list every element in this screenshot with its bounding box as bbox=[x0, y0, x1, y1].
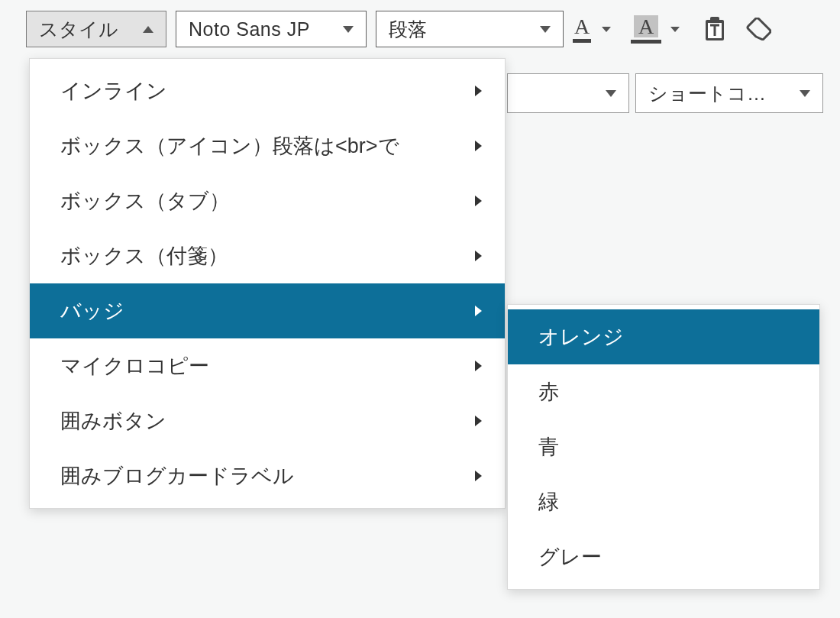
chevron-right-icon bbox=[475, 416, 482, 426]
submenu-item-label: グレー bbox=[538, 543, 602, 571]
chevron-right-icon bbox=[475, 86, 482, 96]
clipboard-text-icon bbox=[703, 16, 727, 42]
menu-item-label: インライン bbox=[60, 77, 167, 105]
chevron-right-icon bbox=[475, 306, 482, 316]
text-color-split-button[interactable]: A bbox=[573, 11, 611, 47]
caret-down-icon bbox=[602, 27, 611, 32]
caret-down-icon bbox=[606, 90, 616, 97]
shortcode-label: ショートコ… bbox=[648, 81, 766, 106]
menu-item-label: ボックス（アイコン）段落は<br>で bbox=[60, 132, 399, 160]
badge-submenu: オレンジ 赤 青 緑 グレー bbox=[507, 304, 820, 590]
caret-down-icon bbox=[540, 26, 551, 33]
badge-option-red[interactable]: 赤 bbox=[508, 364, 819, 419]
chevron-right-icon bbox=[475, 471, 482, 481]
chevron-right-icon bbox=[475, 196, 482, 206]
menu-item-microcopy[interactable]: マイクロコピー bbox=[30, 338, 505, 393]
badge-option-orange[interactable]: オレンジ bbox=[508, 309, 819, 364]
menu-item-blogcard-label[interactable]: 囲みブログカードラベル bbox=[30, 448, 505, 503]
menu-item-label: 囲みブログカードラベル bbox=[60, 462, 294, 490]
menu-item-label: 囲みボタン bbox=[60, 407, 166, 435]
paste-as-text-button[interactable] bbox=[699, 11, 730, 47]
menu-item-badge[interactable]: バッジ bbox=[30, 283, 505, 338]
submenu-item-label: 緑 bbox=[538, 488, 559, 516]
menu-item-label: マイクロコピー bbox=[60, 352, 209, 380]
toolbar-row-1: スタイル Noto Sans JP 段落 A A bbox=[0, 0, 840, 53]
caret-down-icon bbox=[670, 27, 680, 32]
shortcode-dropdown[interactable]: ショートコ… bbox=[635, 73, 823, 113]
submenu-item-label: オレンジ bbox=[538, 323, 624, 351]
caret-down-icon bbox=[343, 26, 354, 33]
caret-down-icon bbox=[800, 90, 810, 97]
text-color-icon: A bbox=[573, 16, 591, 43]
format-dropdown[interactable]: 段落 bbox=[376, 11, 564, 47]
menu-item-inline[interactable]: インライン bbox=[30, 63, 505, 118]
caret-up-icon bbox=[143, 26, 153, 33]
font-family-label: Noto Sans JP bbox=[189, 18, 310, 40]
svg-rect-1 bbox=[710, 17, 719, 22]
menu-item-label: ボックス（タブ） bbox=[60, 187, 230, 215]
submenu-item-label: 赤 bbox=[538, 378, 559, 406]
menu-item-box-tab[interactable]: ボックス（タブ） bbox=[30, 173, 505, 228]
hidden-dropdown-peek[interactable] bbox=[507, 73, 629, 113]
style-dropdown-label: スタイル bbox=[39, 17, 118, 42]
chevron-right-icon bbox=[475, 141, 482, 151]
menu-item-label: ボックス（付箋） bbox=[60, 242, 228, 270]
chevron-right-icon bbox=[475, 251, 482, 261]
menu-item-box-icon[interactable]: ボックス（アイコン）段落は<br>で bbox=[30, 118, 505, 173]
badge-option-green[interactable]: 緑 bbox=[508, 474, 819, 529]
menu-item-label: バッジ bbox=[60, 297, 124, 325]
format-label: 段落 bbox=[389, 17, 427, 42]
menu-item-box-sticky[interactable]: ボックス（付箋） bbox=[30, 228, 505, 283]
background-color-icon: A bbox=[631, 15, 661, 44]
badge-option-blue[interactable]: 青 bbox=[508, 419, 819, 474]
clear-formatting-button[interactable] bbox=[742, 11, 773, 47]
submenu-item-label: 青 bbox=[538, 433, 559, 461]
badge-option-gray[interactable]: グレー bbox=[508, 529, 819, 584]
background-color-split-button[interactable]: A bbox=[631, 11, 680, 47]
style-dropdown[interactable]: スタイル bbox=[26, 11, 166, 47]
chevron-right-icon bbox=[475, 361, 482, 371]
menu-item-boxed-button[interactable]: 囲みボタン bbox=[30, 393, 505, 448]
style-menu: インライン ボックス（アイコン）段落は<br>で ボックス（タブ） ボックス（付… bbox=[29, 58, 506, 509]
eraser-icon bbox=[744, 18, 771, 40]
font-family-dropdown[interactable]: Noto Sans JP bbox=[176, 11, 367, 47]
